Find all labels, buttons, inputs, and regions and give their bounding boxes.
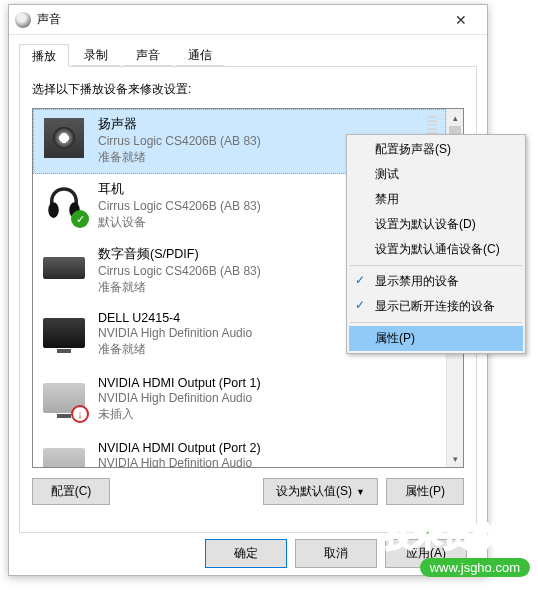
menu-separator: [350, 265, 522, 266]
device-status: 未插入: [98, 406, 437, 423]
chevron-down-icon: ▼: [356, 487, 365, 497]
window-title: 声音: [37, 11, 441, 28]
device-name: 扬声器: [98, 116, 419, 133]
context-menu[interactable]: 配置扬声器(S) 测试 禁用 设置为默认设备(D) 设置为默认通信设备(C) ✓…: [346, 134, 526, 354]
device-row-hdmi1[interactable]: ↓ NVIDIA HDMI Output (Port 1) NVIDIA Hig…: [33, 369, 446, 434]
panel-buttons: 配置(C) 设为默认值(S)▼ 属性(P): [32, 478, 464, 505]
device-name: NVIDIA HDMI Output (Port 1): [98, 376, 437, 390]
tab-playback[interactable]: 播放: [19, 44, 69, 67]
monitor-icon: [42, 311, 86, 355]
ok-button[interactable]: 确定: [205, 539, 287, 568]
titlebar[interactable]: 声音 ✕: [9, 5, 487, 35]
menu-configure-speakers[interactable]: 配置扬声器(S): [349, 137, 523, 162]
tab-strip: 播放 录制 声音 通信: [19, 43, 477, 67]
menu-properties[interactable]: 属性(P): [349, 326, 523, 351]
apply-button[interactable]: 应用(A): [385, 539, 467, 568]
hint-text: 选择以下播放设备来修改设置:: [32, 81, 464, 98]
scroll-up-icon[interactable]: ▴: [447, 109, 463, 126]
menu-set-default[interactable]: 设置为默认设备(D): [349, 212, 523, 237]
device-row-hdmi2[interactable]: NVIDIA HDMI Output (Port 2) NVIDIA High …: [33, 434, 446, 467]
menu-set-default-comm[interactable]: 设置为默认通信设备(C): [349, 237, 523, 262]
headphones-icon: ✓: [42, 181, 86, 225]
spdif-icon: [42, 246, 86, 290]
cancel-button[interactable]: 取消: [295, 539, 377, 568]
menu-separator: [350, 322, 522, 323]
device-name: NVIDIA HDMI Output (Port 2): [98, 441, 437, 455]
set-default-button[interactable]: 设为默认值(S)▼: [263, 478, 378, 505]
monitor-icon: [42, 441, 86, 467]
close-button[interactable]: ✕: [441, 8, 481, 32]
tab-communications[interactable]: 通信: [175, 43, 225, 66]
menu-disable[interactable]: 禁用: [349, 187, 523, 212]
tab-sounds[interactable]: 声音: [123, 43, 173, 66]
device-sub: NVIDIA High Definition Audio: [98, 391, 437, 405]
configure-button[interactable]: 配置(C): [32, 478, 110, 505]
menu-show-disabled[interactable]: ✓ 显示禁用的设备: [349, 269, 523, 294]
dialog-buttons: 确定 取消 应用(A): [19, 533, 477, 568]
menu-test[interactable]: 测试: [349, 162, 523, 187]
device-sub: NVIDIA High Definition Audio: [98, 456, 437, 467]
default-badge-icon: ✓: [71, 210, 89, 228]
scroll-down-icon[interactable]: ▾: [447, 450, 463, 467]
check-icon: ✓: [355, 273, 365, 287]
menu-show-disconnected[interactable]: ✓ 显示已断开连接的设备: [349, 294, 523, 319]
monitor-icon: ↓: [42, 376, 86, 420]
app-icon: [15, 12, 31, 28]
svg-point-0: [48, 202, 59, 218]
tab-recording[interactable]: 录制: [71, 43, 121, 66]
unplugged-badge-icon: ↓: [71, 405, 89, 423]
properties-button[interactable]: 属性(P): [386, 478, 464, 505]
speaker-icon: [42, 116, 86, 160]
check-icon: ✓: [355, 298, 365, 312]
